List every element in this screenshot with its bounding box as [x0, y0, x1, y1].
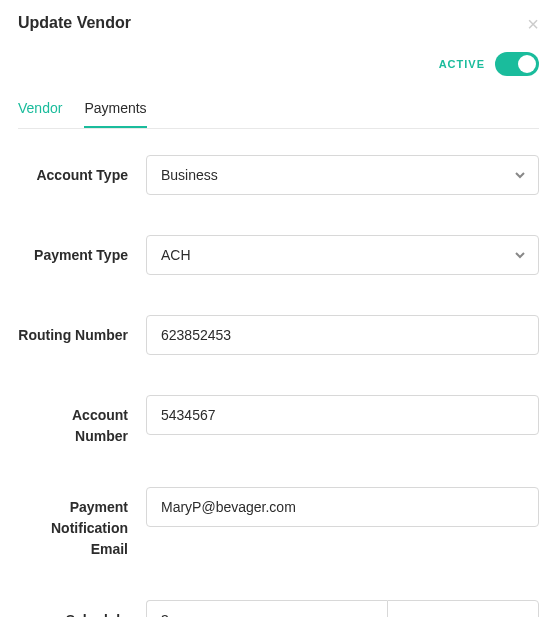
- modal-title: Update Vendor: [18, 14, 131, 32]
- status-label: ACTIVE: [439, 58, 485, 70]
- close-icon[interactable]: ×: [527, 14, 539, 34]
- schedule-payment-label: Schedule Payment: [18, 600, 146, 617]
- account-number-label: Account Number: [18, 395, 146, 447]
- tab-vendor[interactable]: Vendor: [18, 100, 62, 128]
- routing-number-label: Routing Number: [18, 315, 146, 346]
- account-type-select[interactable]: Business: [146, 155, 539, 195]
- form: Account Type Business Payment Type ACH R…: [18, 155, 539, 617]
- schedule-payment-input[interactable]: [146, 600, 387, 617]
- tab-payments[interactable]: Payments: [84, 100, 146, 128]
- active-toggle[interactable]: [495, 52, 539, 76]
- payment-notification-email-input[interactable]: [146, 487, 539, 527]
- tabs: Vendor Payments: [18, 100, 539, 129]
- account-number-input[interactable]: [146, 395, 539, 435]
- routing-number-input[interactable]: [146, 315, 539, 355]
- payment-type-label: Payment Type: [18, 235, 146, 266]
- payment-notification-email-label: Payment Notification Email: [18, 487, 146, 560]
- payment-type-select[interactable]: ACH: [146, 235, 539, 275]
- account-type-label: Account Type: [18, 155, 146, 186]
- toggle-knob: [518, 55, 536, 73]
- schedule-payment-suffix: DAYS BEFORE DUE DATE: [387, 600, 539, 617]
